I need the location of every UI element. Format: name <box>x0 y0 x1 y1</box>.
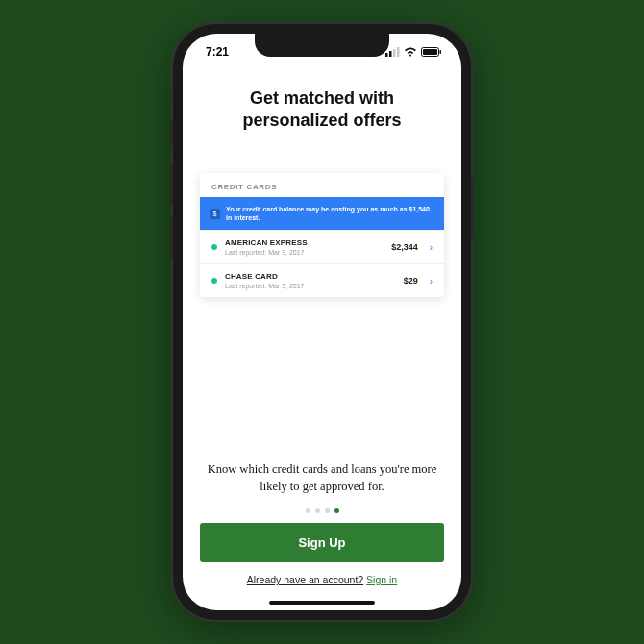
account-main: CHASE CARD Last reported: Mar 3, 2017 <box>225 272 396 289</box>
battery-icon <box>421 47 442 57</box>
pager-dot[interactable] <box>334 508 339 513</box>
wifi-icon <box>404 47 417 57</box>
svg-rect-0 <box>385 53 388 57</box>
pager-dot[interactable] <box>306 508 310 513</box>
account-sub: Last reported: Mar 3, 2017 <box>225 283 396 289</box>
account-sub: Last reported: Mar 9, 2017 <box>225 249 384 256</box>
notch <box>255 34 389 57</box>
sign-in-link[interactable]: Sign in <box>366 574 397 585</box>
phone-side-button <box>170 163 173 206</box>
account-row[interactable]: AMERICAN EXPRESS Last reported: Mar 9, 2… <box>200 230 444 263</box>
headline-line: Get matched with <box>250 88 394 108</box>
phone-side-button <box>471 178 474 239</box>
status-right <box>385 47 442 57</box>
account-amount: $29 <box>404 276 418 285</box>
card-header: CREDIT CARDS <box>200 173 444 197</box>
account-name: CHASE CARD <box>225 272 396 281</box>
banner-text: Your credit card balance may be costing … <box>226 205 434 222</box>
onboarding-content: Get matched with personalized offers CRE… <box>183 70 461 610</box>
sign-up-button[interactable]: Sign Up <box>200 523 444 562</box>
page-indicator <box>200 508 444 513</box>
home-indicator[interactable] <box>269 601 375 605</box>
account-main: AMERICAN EXPRESS Last reported: Mar 9, 2… <box>225 238 384 256</box>
credit-cards-card: CREDIT CARDS $ Your credit card balance … <box>200 173 444 297</box>
svg-rect-2 <box>393 49 396 57</box>
sign-in-question: Already have an account? <box>247 574 363 585</box>
chevron-right-icon: › <box>430 242 433 253</box>
headline-line: personalized offers <box>242 111 401 130</box>
status-time: 7:21 <box>206 45 229 59</box>
svg-rect-6 <box>440 50 442 54</box>
pager-dot[interactable] <box>325 508 330 513</box>
svg-rect-5 <box>423 49 437 55</box>
phone-frame: 7:21 Get matched with personalized offer… <box>173 24 471 620</box>
chevron-right-icon: › <box>430 276 433 286</box>
page-subtext: Know which credit cards and loans you're… <box>200 461 444 495</box>
insight-banner[interactable]: $ Your credit card balance may be costin… <box>200 197 444 230</box>
status-dot-icon <box>211 244 217 250</box>
account-amount: $2,344 <box>391 242 418 252</box>
phone-side-button <box>170 120 173 145</box>
page-title: Get matched with personalized offers <box>200 87 444 131</box>
phone-side-button <box>170 216 173 259</box>
svg-rect-1 <box>389 51 392 57</box>
status-dot-icon <box>211 278 217 284</box>
account-name: AMERICAN EXPRESS <box>225 238 384 247</box>
account-row[interactable]: CHASE CARD Last reported: Mar 3, 2017 $2… <box>200 263 444 297</box>
sign-in-prompt: Already have an account? Sign in <box>200 574 444 585</box>
pager-dot[interactable] <box>315 508 320 513</box>
cellular-icon <box>385 47 400 57</box>
svg-rect-3 <box>397 47 400 57</box>
dollar-icon: $ <box>210 209 220 219</box>
screen: 7:21 Get matched with personalized offer… <box>183 34 461 610</box>
